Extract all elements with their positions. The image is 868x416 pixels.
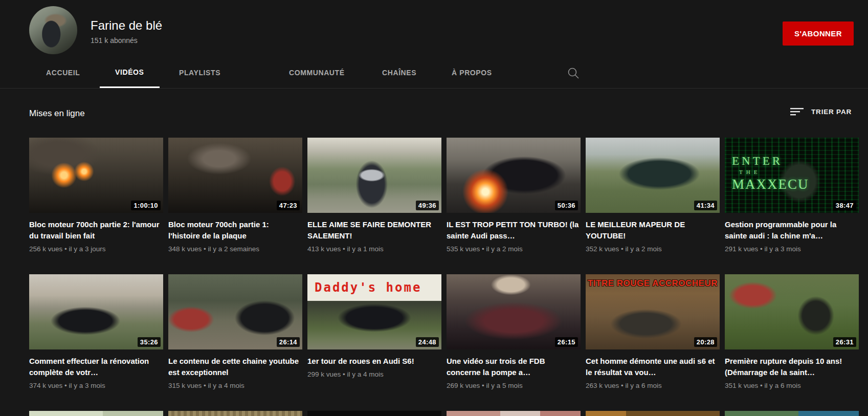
subscriber-count: 151 k abonnés (91, 36, 138, 45)
video-thumbnail[interactable]: 35:26 (29, 274, 163, 349)
video-card[interactable]: 41:34 LE MEILLEUR MAPEUR DE YOUTUBE! 352… (586, 138, 720, 253)
video-duration-badge: 49:36 (416, 201, 439, 210)
video-title[interactable]: Le contenu de cette chaine youtube est e… (168, 356, 302, 378)
channel-tabbar: ACCUEIL VIDÉOS PLAYLISTS COMMUNAUTÉ CHAÎ… (0, 57, 868, 89)
video-card[interactable]: 26:15 Une vidéo sur trois de FDB concern… (447, 274, 581, 389)
video-card[interactable]: 50:36 IL EST TROP PETIT TON TURBO! (la s… (447, 138, 581, 253)
video-title[interactable]: 1er tour de roues en Audi S6! (307, 356, 441, 367)
overlay-line: MAXXECU (732, 178, 809, 191)
video-meta: 299 k vues • il y a 4 mois (307, 370, 441, 378)
video-thumbnail-partial[interactable] (307, 411, 441, 416)
video-thumbnail[interactable]: ENTER THE MAXXECU 38:47 (725, 138, 859, 213)
video-thumbnail-partial[interactable] (725, 411, 859, 416)
video-thumbnail-partial[interactable] (586, 411, 720, 416)
video-duration-badge: 47:23 (277, 201, 300, 210)
video-title[interactable]: Une vidéo sur trois de FDB concerne la p… (447, 356, 581, 378)
video-card[interactable]: 49:36 ELLE AIME SE FAIRE DEMONTER SALEME… (307, 138, 441, 253)
channel-header: Farine de blé 151 k abonnés S'ABONNER (0, 0, 868, 57)
thumbnail-overlay-text: Daddy's home (307, 274, 441, 301)
video-card[interactable]: 1:00:10 Bloc moteur 700ch partie 2: l'am… (29, 138, 163, 253)
video-card[interactable]: TITRE ROUGE ACCROCHEUR 20:28 Cet homme d… (586, 274, 720, 389)
video-thumbnail[interactable]: 47:23 (168, 138, 302, 213)
sort-label: TRIER PAR (811, 108, 852, 116)
video-duration-badge: 26:15 (555, 337, 578, 347)
thumbnail-overlay-text: TITRE ROUGE ACCROCHEUR (586, 278, 720, 289)
video-meta: 256 k vues • il y a 3 jours (29, 245, 163, 253)
sort-button[interactable]: TRIER PAR (790, 107, 852, 116)
channel-avatar[interactable] (29, 6, 77, 54)
overlay-line: Daddy's home (315, 280, 421, 295)
overlay-line: ENTER (732, 155, 809, 167)
video-card[interactable]: Daddy's home 24:48 1er tour de roues en … (307, 274, 441, 389)
tab-chaines[interactable]: CHAÎNES (367, 57, 432, 88)
video-title[interactable]: IL EST TROP PETIT TON TURBO! (la sainte … (447, 219, 581, 242)
video-thumbnail-partial[interactable] (447, 411, 581, 416)
video-duration-badge: 26:14 (277, 337, 300, 347)
video-meta: 269 k vues • il y a 5 mois (447, 382, 581, 389)
video-thumbnail[interactable]: Daddy's home 24:48 (307, 274, 441, 349)
video-duration-badge: 26:31 (833, 337, 856, 347)
video-card[interactable]: 47:23 Bloc moteur 700ch partie 1: l'hist… (168, 138, 302, 253)
video-duration-badge: 24:48 (416, 337, 439, 347)
subscribe-button[interactable]: S'ABONNER (783, 21, 854, 46)
video-card[interactable]: 35:26 Comment effectuer la rénovation co… (29, 274, 163, 389)
video-meta: 348 k vues • il y a 2 semaines (168, 245, 302, 253)
video-title[interactable]: Bloc moteur 700ch partie 2: l'amour du t… (29, 219, 163, 242)
section-title: Mises en ligne (29, 108, 85, 119)
video-thumbnail-partial[interactable] (29, 411, 163, 416)
video-title[interactable]: Bloc moteur 700ch partie 1: l'histoire d… (168, 219, 302, 242)
video-thumbnail[interactable]: 41:34 (586, 138, 720, 213)
video-title[interactable]: LE MEILLEUR MAPEUR DE YOUTUBE! (586, 219, 720, 242)
video-meta: 351 k vues • il y a 6 mois (725, 382, 859, 389)
video-meta: 352 k vues • il y a 2 mois (586, 245, 720, 253)
overlay-line: THE (739, 169, 809, 175)
video-thumbnail-partial[interactable] (168, 411, 302, 416)
video-title[interactable]: ELLE AIME SE FAIRE DEMONTER SALEMENT! (307, 219, 441, 242)
tab-accueil[interactable]: ACCUEIL (31, 57, 95, 88)
video-card[interactable]: 26:31 Première rupture depuis 10 ans! (D… (725, 274, 859, 389)
video-thumbnail[interactable]: 1:00:10 (29, 138, 163, 213)
video-thumbnail[interactable]: 26:31 (725, 274, 859, 349)
video-thumbnail[interactable]: 26:15 (447, 274, 581, 349)
video-duration-badge: 38:47 (833, 201, 856, 210)
video-card[interactable]: ENTER THE MAXXECU 38:47 Gestion programm… (725, 138, 859, 253)
search-icon[interactable] (567, 67, 580, 80)
video-meta: 291 k vues • il y a 3 mois (725, 245, 859, 253)
channel-name: Farine de blé (91, 18, 162, 33)
tab-videos[interactable]: VIDÉOS (100, 57, 160, 88)
video-meta: 315 k vues • il y a 4 mois (168, 382, 302, 389)
video-meta: 413 k vues • il y a 1 mois (307, 245, 441, 253)
video-duration-badge: 35:26 (138, 337, 161, 347)
video-meta: 374 k vues • il y a 3 mois (29, 382, 163, 389)
video-duration-badge: 50:36 (555, 201, 578, 210)
video-title[interactable]: Gestion programmable pour la sainte audi… (725, 219, 859, 242)
tab-communaute[interactable]: COMMUNAUTÉ (274, 57, 360, 88)
thumbnail-overlay-text: ENTER THE MAXXECU (732, 155, 809, 191)
tab-playlists[interactable]: PLAYLISTS (164, 57, 236, 88)
video-meta: 535 k vues • il y a 2 mois (447, 245, 581, 253)
video-card[interactable]: 26:14 Le contenu de cette chaine youtube… (168, 274, 302, 389)
sort-lines-icon (790, 107, 804, 116)
video-thumbnail[interactable]: 50:36 (447, 138, 581, 213)
video-duration-badge: 1:00:10 (131, 201, 161, 210)
video-thumbnail[interactable]: 26:14 (168, 274, 302, 349)
video-title[interactable]: Comment effectuer la rénovation complète… (29, 356, 163, 378)
video-thumbnail[interactable]: TITRE ROUGE ACCROCHEUR 20:28 (586, 274, 720, 349)
video-title[interactable]: Cet homme démonte une audi s6 et le résu… (586, 356, 720, 378)
video-grid: 1:00:10 Bloc moteur 700ch partie 2: l'am… (29, 138, 859, 416)
video-title[interactable]: Première rupture depuis 10 ans! (Démarra… (725, 356, 859, 378)
video-duration-badge: 41:34 (694, 201, 717, 210)
tab-a-propos[interactable]: À PROPOS (436, 57, 507, 88)
video-thumbnail[interactable]: 49:36 (307, 138, 441, 213)
video-duration-badge: 20:28 (694, 337, 717, 347)
video-meta: 263 k vues • il y a 6 mois (586, 382, 720, 389)
